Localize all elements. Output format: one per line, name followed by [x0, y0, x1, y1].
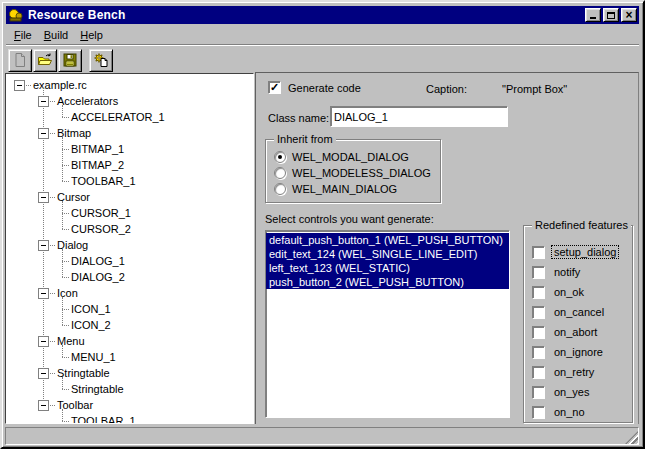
feature-notify: ✓notify	[524, 262, 632, 282]
caption-value: "Prompt Box"	[502, 83, 567, 95]
menu-file[interactable]: File	[8, 27, 38, 43]
tree-item-menu[interactable]: Menu	[6, 333, 253, 349]
toolbar	[6, 48, 639, 72]
close-button[interactable]: ×	[621, 8, 637, 22]
feature-on_retry: ✓on_retry	[524, 362, 632, 382]
collapse-icon[interactable]	[38, 128, 49, 139]
tree-item-bitmap_1[interactable]: BITMAP_1	[6, 141, 253, 157]
feature-on_abort: ✓on_abort	[524, 322, 632, 342]
radio-label: WEL_MODELESS_DIALOG	[292, 167, 431, 179]
resize-grip[interactable]	[625, 431, 638, 444]
tree-item-stringtable[interactable]: Stringtable	[6, 381, 253, 397]
collapse-icon[interactable]	[38, 240, 49, 251]
tree-item-menu_1[interactable]: MENU_1	[6, 349, 253, 365]
save-button[interactable]	[58, 49, 82, 72]
minimize-button[interactable]	[585, 8, 601, 22]
feature-checkbox[interactable]: ✓	[532, 246, 545, 259]
tree-item-label: ACCELERATOR_1	[71, 111, 165, 123]
tree-item-dialog[interactable]: Dialog	[6, 237, 253, 253]
feature-checkbox[interactable]: ✓	[532, 346, 545, 359]
tree-item-cursor[interactable]: Cursor	[6, 189, 253, 205]
tree-line	[62, 149, 69, 150]
open-file-button[interactable]	[33, 49, 57, 72]
collapse-icon[interactable]	[14, 80, 25, 91]
feature-checkbox[interactable]: ✓	[532, 286, 545, 299]
tree-line	[62, 213, 69, 214]
generate-code-checkbox[interactable]: ✓	[268, 81, 281, 94]
tree-item-icon_1[interactable]: ICON_1	[6, 301, 253, 317]
feature-checkbox[interactable]: ✓	[532, 266, 545, 279]
list-item[interactable]: edit_text_124 (WEL_SINGLE_LINE_EDIT)	[266, 247, 509, 261]
tree-line	[62, 117, 69, 118]
tree-leaves: DIALOG_1DIALOG_2	[6, 253, 253, 285]
tree-groups: AcceleratorsACCELERATOR_1BitmapBITMAP_1B…	[6, 93, 253, 424]
menu-build[interactable]: Build	[38, 27, 74, 43]
tree-item-toolbar_1[interactable]: TOOLBAR_1	[6, 173, 253, 189]
resource-tree: example.rcAcceleratorsACCELERATOR_1Bitma…	[5, 73, 254, 424]
tree-item-label: TOOLBAR_1	[71, 415, 136, 424]
tree-line	[62, 229, 69, 230]
list-item[interactable]: default_push_button_1 (WEL_PUSH_BUTTON)	[266, 233, 509, 247]
tree-line	[50, 101, 55, 102]
tree-line	[50, 405, 55, 406]
collapse-icon[interactable]	[38, 336, 49, 347]
tree-item-bitmap[interactable]: Bitmap	[6, 125, 253, 141]
menu-help[interactable]: Help	[74, 27, 109, 43]
title-bar: Resource Bench ×	[6, 6, 639, 24]
collapse-icon[interactable]	[38, 192, 49, 203]
feature-on_no: ✓on_no	[524, 402, 632, 422]
radio-wel_modeless_dialog[interactable]: WEL_MODELESS_DIALOG	[266, 165, 440, 181]
tree-line	[50, 245, 55, 246]
collapse-icon[interactable]	[38, 368, 49, 379]
tree-item-label: TOOLBAR_1	[71, 175, 136, 187]
tree-item-toolbar_1[interactable]: TOOLBAR_1	[6, 413, 253, 424]
collapse-icon[interactable]	[38, 400, 49, 411]
feature-checkbox[interactable]: ✓	[532, 366, 545, 379]
tree-item-icon[interactable]: Icon	[6, 285, 253, 301]
collapse-icon[interactable]	[38, 288, 49, 299]
tree-item-label: DIALOG_2	[71, 271, 125, 283]
feature-on_ok: ✓on_ok	[524, 282, 632, 302]
tree-item-label: Stringtable	[57, 367, 110, 379]
generate-code-label: Generate code	[288, 82, 361, 94]
redefined-features-group: Redefined features ✓setup_dialog✓notify✓…	[523, 225, 633, 423]
feature-label: setup_dialog	[552, 246, 618, 258]
list-item[interactable]: left_text_123 (WEL_STATIC)	[266, 261, 509, 275]
controls-listbox[interactable]: default_push_button_1 (WEL_PUSH_BUTTON)e…	[265, 230, 510, 418]
tree-item-dialog_2[interactable]: DIALOG_2	[6, 269, 253, 285]
tree-item-toolbar[interactable]: Toolbar	[6, 397, 253, 413]
tree-item-accelerator_1[interactable]: ACCELERATOR_1	[6, 109, 253, 125]
collapse-icon[interactable]	[38, 96, 49, 107]
radio-wel_main_dialog[interactable]: WEL_MAIN_DIALOG	[266, 181, 440, 197]
feature-on_cancel: ✓on_cancel	[524, 302, 632, 322]
feature-checkbox[interactable]: ✓	[532, 406, 545, 419]
tree-item-cursor_2[interactable]: CURSOR_2	[6, 221, 253, 237]
tree-leaves: ACCELERATOR_1	[6, 109, 253, 125]
new-document-icon	[12, 52, 28, 68]
tree-item-icon_2[interactable]: ICON_2	[6, 317, 253, 333]
tree-line	[26, 85, 31, 86]
tree-item-stringtable[interactable]: Stringtable	[6, 365, 253, 381]
tree-leaves: BITMAP_1BITMAP_2TOOLBAR_1	[6, 141, 253, 189]
feature-checkbox[interactable]: ✓	[532, 386, 545, 399]
tree-item-cursor_1[interactable]: CURSOR_1	[6, 205, 253, 221]
tree-item-dialog_1[interactable]: DIALOG_1	[6, 253, 253, 269]
tree-item-label: example.rc	[33, 79, 87, 91]
tree-leaves: ICON_1ICON_2	[6, 301, 253, 333]
tree-leaves: TOOLBAR_1	[6, 413, 253, 424]
tree-item-accelerators[interactable]: Accelerators	[6, 93, 253, 109]
tree-item-label: Icon	[57, 287, 78, 299]
feature-checkbox[interactable]: ✓	[532, 306, 545, 319]
radio-wel_modal_dialog[interactable]: WEL_MODAL_DIALOG	[266, 149, 440, 165]
radio-button-icon	[274, 167, 286, 179]
feature-checkbox[interactable]: ✓	[532, 326, 545, 339]
build-code-button[interactable]	[89, 49, 113, 72]
tree-item-bitmap_2[interactable]: BITMAP_2	[6, 157, 253, 173]
tree-item-label: BITMAP_2	[71, 159, 124, 171]
feature-label: on_ok	[552, 286, 586, 298]
feature-label: on_retry	[552, 366, 596, 378]
new-document-button[interactable]	[8, 49, 32, 72]
list-item[interactable]: push_button_2 (WEL_PUSH_BUTTON)	[266, 275, 509, 289]
class-name-input[interactable]	[330, 106, 508, 127]
maximize-button[interactable]	[603, 8, 619, 22]
